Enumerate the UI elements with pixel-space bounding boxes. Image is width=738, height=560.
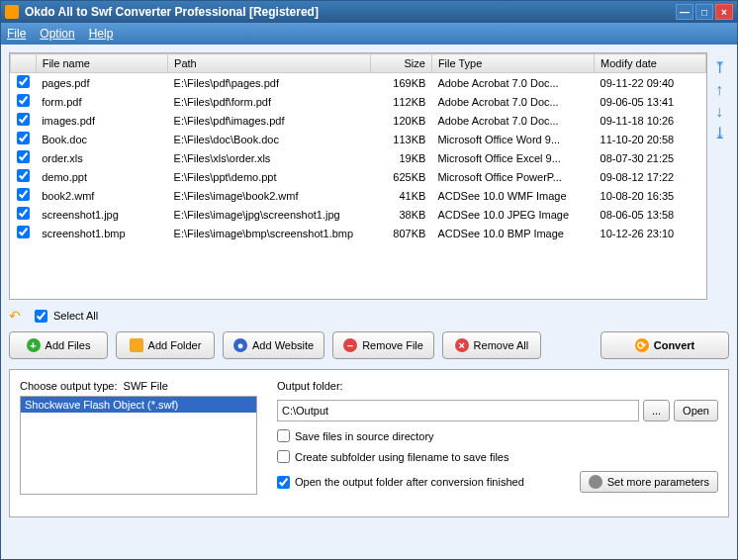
titlebar: Okdo All to Swf Converter Professional [… xyxy=(1,1,737,23)
row-checkbox[interactable] xyxy=(17,113,30,126)
add-files-button[interactable]: +Add Files xyxy=(9,331,108,359)
column-path[interactable]: Path xyxy=(168,54,371,73)
cell-size: 169KB xyxy=(371,73,432,93)
minimize-button[interactable]: — xyxy=(676,4,693,20)
output-folder-input[interactable] xyxy=(277,400,639,421)
cell-type: ACDSee 10.0 WMF Image xyxy=(431,186,594,205)
add-folder-label: Add Folder xyxy=(148,339,202,351)
column-size[interactable]: Size xyxy=(371,54,432,73)
maximize-button[interactable]: □ xyxy=(695,4,713,20)
cell-name: Book.doc xyxy=(36,130,167,148)
cell-path: E:\Files\image\bmp\screenshot1.bmp xyxy=(168,224,371,242)
cell-name: book2.wmf xyxy=(36,186,167,205)
cell-name: screenshot1.jpg xyxy=(36,205,167,224)
menu-help[interactable]: Help xyxy=(89,27,114,41)
remove-file-label: Remove File xyxy=(362,339,423,351)
cell-date: 09-08-12 17:22 xyxy=(595,167,706,186)
row-checkbox[interactable] xyxy=(17,94,30,107)
row-checkbox[interactable] xyxy=(17,132,30,144)
menu-file[interactable]: File xyxy=(7,27,26,41)
open-after-label[interactable]: Open the output folder after conversion … xyxy=(295,476,524,488)
column-type[interactable]: File Type xyxy=(431,54,594,73)
add-website-label: Add Website xyxy=(252,339,314,351)
table-row[interactable]: Book.docE:\Files\doc\Book.doc113KBMicros… xyxy=(11,130,706,148)
output-folder-label: Output folder: xyxy=(277,380,718,392)
move-top-icon[interactable]: ⤒ xyxy=(711,60,727,76)
row-checkbox[interactable] xyxy=(17,169,30,182)
save-in-source-row: Save files in source directory xyxy=(277,429,718,442)
output-type-list[interactable]: Shockwave Flash Object (*.swf) xyxy=(20,396,257,495)
save-in-source-label[interactable]: Save files in source directory xyxy=(295,430,434,442)
toolbar: +Add Files Add Folder ●Add Website –Remo… xyxy=(9,331,729,359)
row-checkbox[interactable] xyxy=(17,188,30,201)
column-date[interactable]: Modify date xyxy=(595,54,706,73)
browse-button[interactable]: ... xyxy=(643,400,670,421)
add-website-button[interactable]: ●Add Website xyxy=(223,331,324,359)
open-after-row: Open the output folder after conversion … xyxy=(277,476,570,489)
up-arrow-icon: ↶ xyxy=(9,308,21,324)
table-row[interactable]: screenshot1.bmpE:\Files\image\bmp\screen… xyxy=(11,224,706,242)
content-area: File name Path Size File Type Modify dat… xyxy=(1,45,737,559)
cell-type: Microsoft Office PowerP... xyxy=(431,167,594,186)
folder-input-row: ... Open xyxy=(277,400,718,421)
reorder-arrows: ⤒ ↑ ↓ ⤓ xyxy=(707,52,729,300)
convert-button[interactable]: ⟳Convert xyxy=(600,331,729,359)
create-subfolder-label[interactable]: Create subfolder using filename to save … xyxy=(295,451,508,463)
cell-size: 38KB xyxy=(371,205,432,224)
cell-type: Adobe Acrobat 7.0 Doc... xyxy=(431,73,594,93)
table-row[interactable]: book2.wmfE:\Files\image\book2.wmf41KBACD… xyxy=(11,186,706,205)
cell-name: form.pdf xyxy=(36,92,167,111)
open-after-checkbox[interactable] xyxy=(277,476,290,489)
cell-size: 625KB xyxy=(371,167,432,186)
remove-all-button[interactable]: ×Remove All xyxy=(442,331,541,359)
table-row[interactable]: images.pdfE:\Files\pdf\images.pdf120KBAd… xyxy=(11,111,706,130)
table-row[interactable]: demo.pptE:\Files\ppt\demo.ppt625KBMicros… xyxy=(11,167,706,186)
remove-file-button[interactable]: –Remove File xyxy=(332,331,434,359)
cell-name: pages.pdf xyxy=(36,73,167,93)
table-row[interactable]: screenshot1.jpgE:\Files\image\jpg\screen… xyxy=(11,205,706,224)
cell-size: 807KB xyxy=(371,224,432,242)
menubar: File Option Help xyxy=(1,23,737,45)
output-type-item[interactable]: Shockwave Flash Object (*.swf) xyxy=(21,397,256,413)
cell-path: E:\Files\pdf\images.pdf xyxy=(168,111,371,130)
remove-all-label: Remove All xyxy=(474,339,529,351)
select-all-row: ↶ Select All xyxy=(9,306,729,326)
cell-name: order.xls xyxy=(36,148,167,167)
row-checkbox[interactable] xyxy=(17,150,30,163)
create-subfolder-row: Create subfolder using filename to save … xyxy=(277,450,718,463)
select-all-checkbox[interactable] xyxy=(35,310,47,323)
table-row[interactable]: pages.pdfE:\Files\pdf\pages.pdf169KBAdob… xyxy=(11,73,706,93)
create-subfolder-checkbox[interactable] xyxy=(277,450,290,463)
cell-size: 41KB xyxy=(371,186,432,205)
cell-type: ACDSee 10.0 JPEG Image xyxy=(431,205,594,224)
row-checkbox[interactable] xyxy=(17,207,30,220)
output-type-section: Choose output type: SWF File Shockwave F… xyxy=(20,380,257,507)
table-row[interactable]: order.xlsE:\Files\xls\order.xls19KBMicro… xyxy=(11,148,706,167)
globe-icon: ● xyxy=(233,338,247,352)
move-down-icon[interactable]: ↓ xyxy=(711,104,727,120)
cell-date: 08-06-05 13:58 xyxy=(595,205,706,224)
convert-icon: ⟳ xyxy=(635,338,649,352)
output-folder-section: Output folder: ... Open Save files in so… xyxy=(277,380,718,507)
menu-option[interactable]: Option xyxy=(40,27,74,41)
select-all-label[interactable]: Select All xyxy=(53,310,98,322)
save-in-source-checkbox[interactable] xyxy=(277,429,290,442)
table-row[interactable]: form.pdfE:\Files\pdf\form.pdf112KBAdobe … xyxy=(11,92,706,111)
gear-icon xyxy=(589,475,602,489)
add-files-label: Add Files xyxy=(46,339,91,351)
open-folder-button[interactable]: Open xyxy=(674,400,718,421)
bottom-panel: Choose output type: SWF File Shockwave F… xyxy=(9,369,729,517)
more-parameters-button[interactable]: Set more parameters xyxy=(580,471,718,493)
cell-date: 09-11-22 09:40 xyxy=(595,73,706,93)
column-checkbox[interactable] xyxy=(11,54,37,73)
column-name[interactable]: File name xyxy=(36,54,167,73)
close-button[interactable]: × xyxy=(715,4,733,20)
cell-size: 120KB xyxy=(371,111,432,130)
row-checkbox[interactable] xyxy=(17,226,30,238)
move-bottom-icon[interactable]: ⤓ xyxy=(711,126,727,141)
move-up-icon[interactable]: ↑ xyxy=(711,82,727,98)
row-checkbox[interactable] xyxy=(17,75,30,88)
folder-icon xyxy=(130,338,143,352)
file-table-wrap: File name Path Size File Type Modify dat… xyxy=(9,52,707,300)
add-folder-button[interactable]: Add Folder xyxy=(116,331,215,359)
